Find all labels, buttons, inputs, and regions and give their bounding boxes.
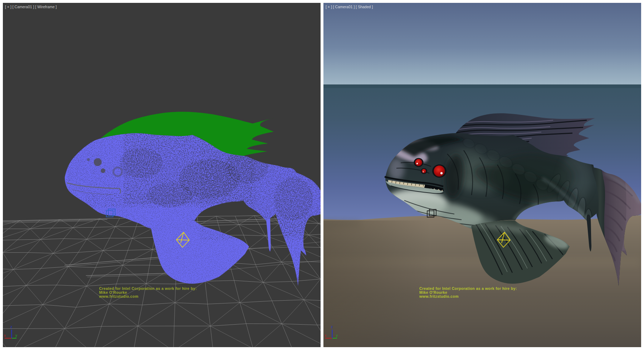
svg-text:www.fritzstudio.com: www.fritzstudio.com (419, 294, 459, 298)
svg-text:www.fritzstudio.com: www.fritzstudio.com (99, 294, 138, 298)
svg-text:y: y (15, 334, 17, 337)
svg-text:x: x (4, 334, 6, 337)
svg-text:x: x (325, 334, 326, 337)
svg-text:y: y (336, 334, 338, 337)
svg-text:z: z (331, 325, 333, 329)
svg-text:z: z (10, 325, 12, 329)
